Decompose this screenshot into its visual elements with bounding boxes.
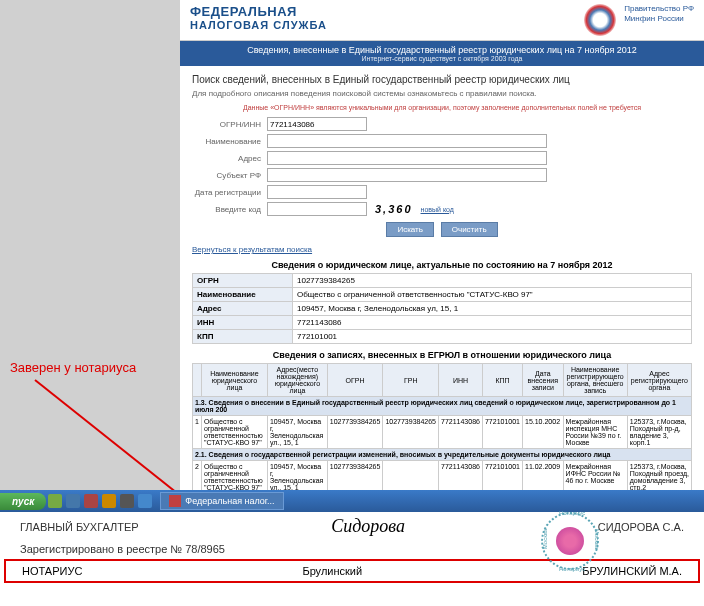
registration-line: Зарегистрировано в реестре № 78/8965 [0, 541, 704, 557]
cell-value: Общество с ограниченной ответственностью… [293, 288, 692, 302]
taskbar-task[interactable]: Федеральная налог... [160, 492, 283, 510]
column-header: Адрес регистрирующего органа [627, 364, 691, 397]
back-link[interactable]: Вернуться к результатам поиска [192, 245, 312, 254]
notary-signature: Брулинский [302, 565, 362, 577]
table-row: НаименованиеОбщество с ограниченной отве… [193, 288, 692, 302]
cell-label: Наименование [193, 288, 293, 302]
quicklaunch-icon[interactable] [66, 494, 80, 508]
banner-main: Сведения, внесенные в Единый государстве… [192, 45, 692, 55]
banner-sub: Интернет-сервис существует с октября 200… [192, 55, 692, 62]
browser-viewport: ФЕДЕРАЛЬНАЯ НАЛОГОВАЯ СЛУЖБА Правительст… [180, 0, 704, 490]
input-date[interactable] [267, 185, 367, 199]
column-header: Дата внесения записи [523, 364, 564, 397]
column-header: Наименование юридического лица [201, 364, 267, 397]
blue-banner: Сведения, внесенные в Единый государстве… [180, 41, 704, 66]
button-row: Искать Очистить [192, 222, 692, 237]
quicklaunch-icon[interactable] [84, 494, 98, 508]
quicklaunch-icon[interactable] [102, 494, 116, 508]
logo-line1: ФЕДЕРАЛЬНАЯ [190, 4, 576, 19]
cell-label: ОГРН [193, 274, 293, 288]
table-row: ИНН7721143086 [193, 316, 692, 330]
start-button[interactable]: пуск [0, 493, 46, 510]
gov-link-2[interactable]: Минфин России [624, 14, 694, 24]
side-gray-panel [0, 0, 180, 490]
cell-label: КПП [193, 330, 293, 344]
gov-link-1[interactable]: Правительство РФ [624, 4, 694, 14]
table-row: КПП772101001 [193, 330, 692, 344]
cell-value: 109457, Москва г, Зеленодольская ул, 15,… [293, 302, 692, 316]
input-ogrn[interactable] [267, 117, 367, 131]
cell-value: 772101001 [293, 330, 692, 344]
search-title: Поиск сведений, внесенных в Единый госуд… [192, 74, 692, 85]
logo-text: ФЕДЕРАЛЬНАЯ НАЛОГОВАЯ СЛУЖБА [190, 4, 576, 36]
accountant-name: СИДОРОВА С.А. [598, 521, 684, 533]
column-header: Адрес(место нахождения) юридического лиц… [267, 364, 327, 397]
quicklaunch-icon[interactable] [120, 494, 134, 508]
label-code: Введите код [192, 205, 267, 214]
entity-table: ОГРН1027739384265НаименованиеОбщество с … [192, 273, 692, 344]
records-table: Наименование юридического лицаАдрес(мест… [192, 363, 692, 490]
clear-button[interactable]: Очистить [441, 222, 498, 237]
column-header: ИНН [439, 364, 483, 397]
site-header: ФЕДЕРАЛЬНАЯ НАЛОГОВАЯ СЛУЖБА Правительст… [180, 0, 704, 41]
logo-line2: НАЛОГОВАЯ СЛУЖБА [190, 19, 576, 31]
table-row: Адрес109457, Москва г, Зеленодольская ул… [193, 302, 692, 316]
table-row: ОГРН1027739384265 [193, 274, 692, 288]
label-subject: Субъект РФ [192, 171, 267, 180]
label-ogrn: ОГРН/ИНН [192, 120, 267, 129]
column-header: КПП [482, 364, 522, 397]
accountant-signature: Сидорова [331, 516, 405, 537]
annotation-text: Заверен у нотариуса [10, 360, 136, 375]
section-header: 2.1. Сведения о государственной регистра… [193, 449, 692, 461]
search-button[interactable]: Искать [386, 222, 434, 237]
entity-title: Сведения о юридическом лице, актуальные … [192, 260, 692, 270]
notary-box: НОТАРИУС Брулинский БРУЛИНСКИЙ М.А. [4, 559, 700, 583]
records-title: Сведения о записях, внесенных в ЕГРЮЛ в … [192, 350, 692, 360]
new-code-link[interactable]: новый код [421, 206, 454, 213]
cell-value: 7721143086 [293, 316, 692, 330]
column-header: ОГРН [327, 364, 383, 397]
label-address: Адрес [192, 154, 267, 163]
input-address[interactable] [267, 151, 547, 165]
notary-name: БРУЛИНСКИЙ М.А. [582, 565, 682, 577]
notary-label: НОТАРИУС [22, 565, 82, 577]
opera-icon [169, 495, 181, 507]
accountant-label: ГЛАВНЫЙ БУХГАЛТЕР [20, 521, 139, 533]
search-subtitle: Для подробного описания поведения поиско… [192, 89, 692, 98]
taskbar: пуск Федеральная налог... [0, 490, 704, 512]
column-header: Наименование регистрирующего органа, вне… [563, 364, 627, 397]
table-row: 1Общество с ограниченной ответственность… [193, 416, 692, 449]
column-header: ГРН [383, 364, 439, 397]
cell-value: 1027739384265 [293, 274, 692, 288]
captcha-code: 3,360 [375, 203, 413, 215]
input-subject[interactable] [267, 168, 547, 182]
quicklaunch-icon[interactable] [48, 494, 62, 508]
accountant-row: ГЛАВНЫЙ БУХГАЛТЕР Сидорова СИДОРОВА С.А. [0, 512, 704, 541]
section-header: 1.3. Сведения о внесении в Единый госуда… [193, 397, 692, 416]
gov-links: Правительство РФ Минфин России [624, 4, 694, 36]
table-row: 2Общество с ограниченной ответственность… [193, 461, 692, 491]
quicklaunch-icon[interactable] [138, 494, 152, 508]
input-name[interactable] [267, 134, 547, 148]
content-area: Поиск сведений, внесенных в Единый госуд… [180, 66, 704, 490]
cell-label: ИНН [193, 316, 293, 330]
emblem-icon [584, 4, 616, 36]
document-lower: ГЛАВНЫЙ БУХГАЛТЕР Сидорова СИДОРОВА С.А.… [0, 512, 704, 606]
info-line: Данные «ОГРН/ИНН» являются уникальными д… [192, 104, 692, 111]
input-code[interactable] [267, 202, 367, 216]
label-name: Наименование [192, 137, 267, 146]
cell-label: Адрес [193, 302, 293, 316]
label-date: Дата регистрации [192, 188, 267, 197]
